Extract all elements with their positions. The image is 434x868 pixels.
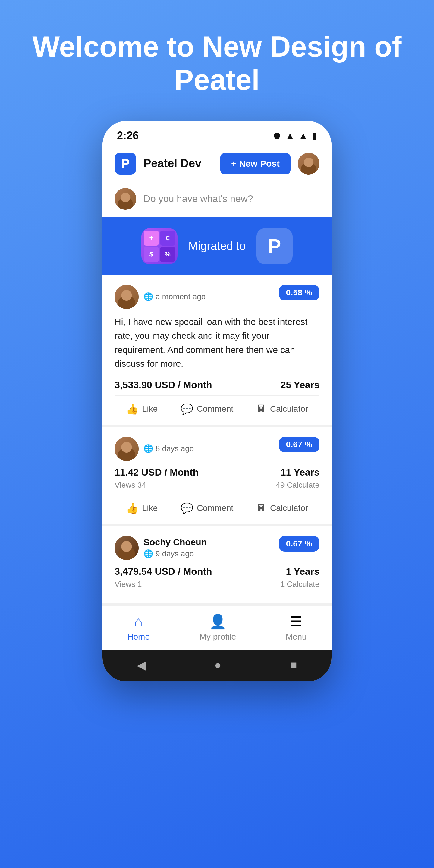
recording-icon: ⏺: [273, 130, 281, 141]
app-header: P Peatel Dev + New Post: [102, 147, 332, 181]
menu-label: Menu: [286, 632, 307, 642]
post-calculate-count-2: 49 Calculate: [276, 480, 319, 490]
post-input-avatar: [115, 188, 136, 210]
like-button-1[interactable]: 👍 Like: [126, 403, 158, 415]
post-card-2: 🌐 8 days ago 0.67 % 11.42 USD / Month 11…: [102, 427, 332, 526]
globe-icon-2: 🌐: [144, 444, 153, 453]
post-meta-1: 🌐 a moment ago: [144, 292, 206, 301]
comment-icon-2: 💬: [181, 502, 193, 514]
post-content-1: Hi, I have new specail loan with the bes…: [115, 315, 319, 371]
post-time-1: 🌐 a moment ago: [144, 292, 206, 301]
status-icons: ⏺ ▲ ▲ ▮: [273, 130, 317, 141]
post-meta-3: Sochy Choeun 🌐 9 days ago: [144, 537, 207, 558]
post-author-1: 🌐 a moment ago: [115, 285, 206, 309]
post-author-2: 🌐 8 days ago: [115, 437, 194, 461]
bottom-nav: ⌂ Home 👤 My profile ☰ Menu: [102, 606, 332, 650]
nav-profile[interactable]: 👤 My profile: [199, 613, 236, 642]
calculator-icon-2: 🖩: [256, 502, 267, 514]
calculator-button-1[interactable]: 🖩 Calculator: [256, 403, 308, 415]
post-duration-3: 1 Years: [286, 566, 319, 577]
post-avatar-1: [115, 285, 138, 309]
post-views-count-3: Views 1: [115, 580, 142, 589]
app-logo-letter: P: [121, 156, 130, 171]
post-avatar-3: [115, 536, 138, 560]
comment-icon-1: 💬: [181, 403, 193, 415]
menu-icon: ☰: [290, 613, 302, 629]
post-card-1: 🌐 a moment ago 0.58 % Hi, I have new spe…: [102, 275, 332, 427]
comment-button-2[interactable]: 💬 Comment: [181, 502, 233, 514]
post-card-3: Sochy Choeun 🌐 9 days ago 0.67 % 3,479.5…: [102, 526, 332, 606]
post-calculate-count-3: 1 Calculate: [280, 580, 319, 589]
post-actions-2: 👍 Like 💬 Comment 🖩 Calculator: [115, 495, 319, 514]
post-header-2: 🌐 8 days ago 0.67 %: [115, 437, 319, 461]
rate-badge-2: 0.67 %: [279, 437, 319, 453]
migration-target-logo: P: [256, 228, 293, 264]
mi-plus: +: [144, 230, 159, 246]
post-amount-1: 3,533.90 USD / Month: [115, 379, 212, 391]
rate-badge-1: 0.58 %: [279, 285, 319, 301]
migration-banner: + ₵ $ % Migrated to P: [102, 217, 332, 275]
post-stats-2: 11.42 USD / Month 11 Years: [115, 467, 319, 478]
signal-icon: ▲: [299, 130, 308, 141]
like-icon-1: 👍: [126, 403, 138, 415]
post-views-2: Views 34 49 Calculate: [115, 480, 319, 490]
phone-frame: 2:26 ⏺ ▲ ▲ ▮ P Peatel Dev + New Post Do …: [102, 121, 332, 681]
new-post-button[interactable]: + New Post: [220, 153, 290, 174]
nav-home[interactable]: ⌂ Home: [127, 613, 150, 642]
calculator-button-2[interactable]: 🖩 Calculator: [256, 502, 308, 514]
post-duration-2: 11 Years: [281, 467, 319, 478]
post-header-1: 🌐 a moment ago 0.58 %: [115, 285, 319, 309]
like-icon-2: 👍: [126, 502, 138, 514]
post-input-placeholder[interactable]: Do you have what's new?: [144, 193, 253, 204]
post-avatar-2: [115, 437, 138, 461]
globe-icon-1: 🌐: [144, 292, 153, 301]
home-icon: ⌂: [134, 613, 143, 629]
status-bar: 2:26 ⏺ ▲ ▲ ▮: [102, 121, 332, 147]
post-stats-1: 3,533.90 USD / Month 25 Years: [115, 379, 319, 391]
post-header-3: Sochy Choeun 🌐 9 days ago 0.67 %: [115, 536, 319, 560]
rate-badge-3: 0.67 %: [279, 536, 319, 552]
wifi-icon: ▲: [286, 130, 295, 141]
new-post-input-row: Do you have what's new?: [102, 181, 332, 217]
app-logo: P: [115, 153, 136, 175]
post-amount-2: 11.42 USD / Month: [115, 467, 198, 478]
post-time-3: 🌐 9 days ago: [144, 549, 207, 558]
like-button-2[interactable]: 👍 Like: [126, 502, 158, 514]
user-avatar-header[interactable]: [298, 153, 319, 175]
migration-text: Migrated to: [188, 240, 246, 253]
profile-label: My profile: [199, 632, 236, 642]
migration-source-icon: + ₵ $ %: [141, 228, 178, 264]
post-author-name-3: Sochy Choeun: [144, 537, 207, 547]
post-duration-1: 25 Years: [281, 379, 319, 391]
home-label: Home: [127, 632, 150, 642]
globe-icon-3: 🌐: [144, 549, 153, 558]
post-time-2: 🌐 8 days ago: [144, 444, 194, 453]
nav-menu[interactable]: ☰ Menu: [286, 613, 307, 642]
calculator-icon-1: 🖩: [256, 403, 267, 415]
mi-dollar: $: [144, 247, 159, 262]
post-actions-1: 👍 Like 💬 Comment 🖩 Calculator: [115, 396, 319, 415]
post-views-count-2: Views 34: [115, 480, 146, 490]
post-author-3: Sochy Choeun 🌐 9 days ago: [115, 536, 207, 560]
mi-percent: %: [160, 247, 175, 262]
battery-icon: ▮: [312, 130, 317, 141]
status-time: 2:26: [117, 129, 138, 142]
app-name: Peatel Dev: [144, 157, 220, 170]
post-stats-3: 3,479.54 USD / Month 1 Years: [115, 566, 319, 577]
profile-icon: 👤: [209, 613, 226, 629]
android-home-button[interactable]: ●: [215, 658, 221, 672]
post-meta-2: 🌐 8 days ago: [144, 444, 194, 453]
hero-title: Welcome to New Design of Peatel: [0, 30, 434, 97]
post-views-3: Views 1 1 Calculate: [115, 580, 319, 589]
post-amount-3: 3,479.54 USD / Month: [115, 566, 212, 577]
android-nav-bar: ◀ ● ■: [102, 650, 332, 681]
android-recents-button[interactable]: ■: [290, 658, 297, 672]
comment-button-1[interactable]: 💬 Comment: [181, 403, 233, 415]
android-back-button[interactable]: ◀: [137, 658, 146, 672]
mi-percent-sym: ₵: [160, 230, 175, 246]
